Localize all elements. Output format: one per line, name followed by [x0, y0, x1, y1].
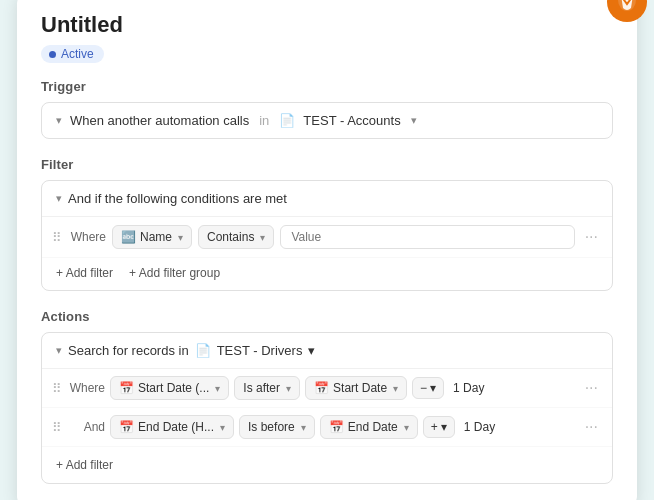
filter-more-button[interactable]: ···: [581, 228, 602, 246]
action-field-2-label: End Date (H...: [138, 420, 214, 434]
action-field-select-2[interactable]: 📅 End Date (H... ▾: [110, 415, 234, 439]
action-modifier-1-label: −: [420, 381, 427, 395]
trigger-account-name[interactable]: TEST - Accounts: [303, 113, 400, 128]
actions-doc-icon: 📄: [195, 343, 211, 358]
filter-where-label: Where: [70, 230, 106, 244]
trigger-description: When another automation calls: [70, 113, 249, 128]
actions-add-filter-row: + Add filter: [42, 447, 612, 483]
action-modifier-2-label: +: [431, 420, 438, 434]
action-cal-1-icon: 📅: [119, 381, 134, 395]
action-value-select-2[interactable]: 📅 End Date ▾: [320, 415, 418, 439]
action-where-label: Where: [69, 381, 105, 395]
action-row-2: ⠿ And 📅 End Date (H... ▾ Is before ▾ 📅 E…: [42, 408, 612, 447]
filter-field-icon: 🔤: [121, 230, 136, 244]
action-operator-2-caret-icon: ▾: [301, 422, 306, 433]
action-field-1-caret-icon: ▾: [215, 383, 220, 394]
action-field-2-caret-icon: ▾: [220, 422, 225, 433]
filter-field-label: Name: [140, 230, 172, 244]
filter-operator-select[interactable]: Contains ▾: [198, 225, 274, 249]
actions-chevron-icon[interactable]: ▾: [56, 344, 62, 357]
add-filter-row: + Add filter + Add filter group: [42, 258, 612, 290]
action-modifier-1-caret-icon: ▾: [430, 381, 436, 395]
action-modifier-2-button[interactable]: + ▾: [423, 416, 455, 438]
filter-section-label: Filter: [41, 157, 613, 172]
action-drag-handle-2-icon[interactable]: ⠿: [52, 420, 62, 435]
actions-header: ▾ Search for records in 📄 TEST - Drivers…: [42, 333, 612, 369]
filter-row: ⠿ Where 🔤 Name ▾ Contains ▾ ···: [42, 217, 612, 258]
action-and-label: And: [69, 420, 105, 434]
trigger-account-caret-icon[interactable]: ▾: [411, 114, 417, 127]
actions-table-name[interactable]: TEST - Drivers: [217, 343, 303, 358]
main-card: ↓ Untitled Active Trigger ▾ When another…: [17, 0, 637, 500]
actions-block: ▾ Search for records in 📄 TEST - Drivers…: [41, 332, 613, 484]
action-amount-1-label: 1 Day: [449, 381, 488, 395]
action-cal-2-icon: 📅: [119, 420, 134, 434]
trigger-block: ▾ When another automation calls in 📄 TES…: [41, 102, 613, 139]
page-title: Untitled: [41, 12, 613, 38]
action-field-1-label: Start Date (...: [138, 381, 209, 395]
action-value-1-caret-icon: ▾: [393, 383, 398, 394]
filter-header: ▾ And if the following conditions are me…: [42, 181, 612, 217]
trigger-header: ▾ When another automation calls in 📄 TES…: [42, 103, 612, 138]
action-operator-2-label: Is before: [248, 420, 295, 434]
actions-table-caret-icon[interactable]: ▾: [308, 343, 315, 358]
status-label: Active: [61, 47, 94, 61]
actions-header-label: Search for records in: [68, 343, 189, 358]
actions-add-filter-button[interactable]: + Add filter: [56, 458, 113, 472]
filter-operator-caret-icon: ▾: [260, 232, 265, 243]
logo-badge: ↓: [607, 0, 647, 26]
filter-chevron-icon[interactable]: ▾: [56, 192, 62, 205]
action-value-cal-2-icon: 📅: [329, 420, 344, 434]
filter-header-label: And if the following conditions are met: [68, 191, 287, 206]
add-filter-button[interactable]: + Add filter: [56, 266, 113, 280]
action-operator-1-label: Is after: [243, 381, 280, 395]
action-value-2-caret-icon: ▾: [404, 422, 409, 433]
action-amount-2-label: 1 Day: [460, 420, 499, 434]
action-modifier-2-caret-icon: ▾: [441, 420, 447, 434]
trigger-chevron-icon[interactable]: ▾: [56, 114, 62, 127]
status-badge[interactable]: Active: [41, 45, 104, 63]
filter-field-select[interactable]: 🔤 Name ▾: [112, 225, 192, 249]
action-value-2-label: End Date: [348, 420, 398, 434]
action-operator-1-caret-icon: ▾: [286, 383, 291, 394]
action-value-1-label: Start Date: [333, 381, 387, 395]
action-field-select-1[interactable]: 📅 Start Date (... ▾: [110, 376, 229, 400]
trigger-section-label: Trigger: [41, 79, 613, 94]
status-dot: [49, 51, 56, 58]
add-filter-group-button[interactable]: + Add filter group: [129, 266, 220, 280]
drag-handle-icon[interactable]: ⠿: [52, 230, 62, 245]
action-value-select-1[interactable]: 📅 Start Date ▾: [305, 376, 407, 400]
action-more-2-button[interactable]: ···: [581, 418, 602, 436]
filter-field-caret-icon: ▾: [178, 232, 183, 243]
action-drag-handle-1-icon[interactable]: ⠿: [52, 381, 62, 396]
trigger-doc-icon: 📄: [279, 113, 295, 128]
action-operator-select-2[interactable]: Is before ▾: [239, 415, 315, 439]
filter-value-input[interactable]: [280, 225, 574, 249]
action-more-1-button[interactable]: ···: [581, 379, 602, 397]
action-modifier-1-button[interactable]: − ▾: [412, 377, 444, 399]
action-row-1: ⠿ Where 📅 Start Date (... ▾ Is after ▾ 📅…: [42, 369, 612, 408]
actions-section-label: Actions: [41, 309, 613, 324]
trigger-in-label: in: [259, 113, 269, 128]
action-operator-select-1[interactable]: Is after ▾: [234, 376, 300, 400]
filter-operator-label: Contains: [207, 230, 254, 244]
action-value-cal-1-icon: 📅: [314, 381, 329, 395]
filter-block: ▾ And if the following conditions are me…: [41, 180, 613, 291]
